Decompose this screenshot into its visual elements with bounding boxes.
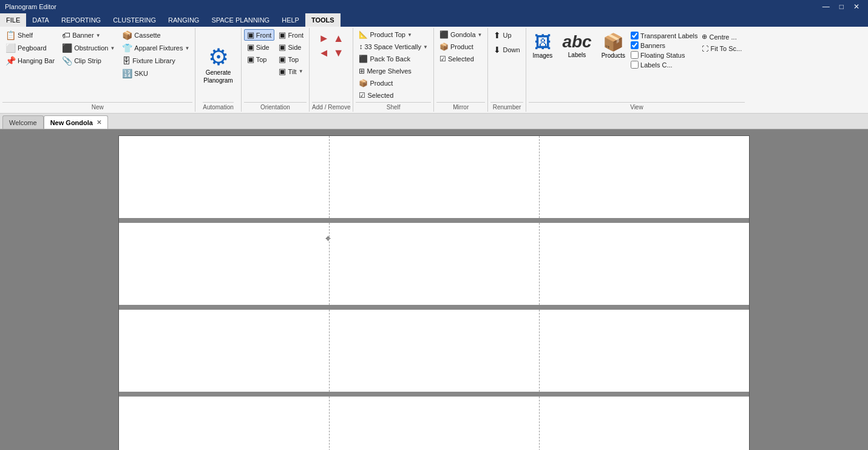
btn-mirror-product[interactable]: 📦 Product	[436, 41, 476, 52]
btn-merge-shelves[interactable]: ⊞ Merge Shelves	[356, 66, 414, 77]
menu-clustering[interactable]: CLUSTERING	[107, 13, 162, 27]
checkbox-labels-c[interactable]: Labels C...	[631, 61, 697, 69]
btn-product-top[interactable]: 📐 Product Top ▼	[356, 29, 415, 40]
side1-icon: ▣	[247, 43, 254, 52]
automation-group-label: Automation	[203, 102, 234, 111]
obstruction-dropdown-arrow: ▼	[110, 46, 115, 51]
btn-side-2[interactable]: ▣ Side	[276, 41, 307, 53]
btn-shelf[interactable]: 📋 Shelf	[2, 29, 58, 41]
pegboard-icon: ⬜	[5, 43, 16, 53]
menu-data[interactable]: DATA	[26, 13, 55, 27]
btn-top-1[interactable]: ▣ Top	[244, 53, 275, 65]
orientation-group-label: Orientation	[244, 102, 307, 111]
btn-obstruction[interactable]: ⬛ Obstruction ▼	[59, 42, 118, 54]
btn-gondola[interactable]: ⬛ Gondola ▼	[436, 29, 486, 40]
top2-icon: ▣	[279, 55, 286, 64]
btn-product[interactable]: 📦 Product	[356, 78, 396, 89]
btn-up[interactable]: ⬆ Up	[490, 29, 514, 41]
btn-centre[interactable]: ⊕ Centre ...	[699, 32, 745, 42]
close-button[interactable]: ✕	[850, 2, 863, 11]
btn-sku[interactable]: 🔢 SKU	[119, 67, 192, 80]
space-vertically-icon: ↕	[359, 43, 362, 51]
btn-labels[interactable]: abc Labels	[558, 29, 595, 61]
btn-space-vertically[interactable]: ↕ 33 Space Vertically ▼	[356, 41, 430, 52]
app-title: Planogram Editor	[5, 3, 56, 10]
btn-arrow-right[interactable]: ►	[317, 32, 331, 45]
btn-mirror-selected[interactable]: ☑ Selected	[436, 53, 477, 64]
btn-products[interactable]: 📦 Products	[597, 29, 629, 62]
menu-help[interactable]: HELP	[276, 13, 305, 27]
banner-dropdown-arrow: ▼	[96, 33, 101, 38]
btn-cassette[interactable]: 📦 Cassette	[119, 29, 192, 41]
shelf-space-1: ⌖	[119, 136, 749, 218]
btn-tilt[interactable]: ▣ Tilt ▼	[276, 66, 307, 77]
merge-shelves-icon: ⊞	[359, 67, 365, 75]
side2-icon: ▣	[279, 43, 286, 52]
apparel-fixtures-dropdown-arrow: ▼	[185, 46, 189, 51]
menu-ranging[interactable]: RANGING	[162, 13, 205, 27]
mirror-product-icon: 📦	[439, 43, 449, 51]
btn-apparel-fixtures[interactable]: 👕 Apparel Fixtures ▼	[119, 42, 192, 54]
menu-reporting[interactable]: REPORTING	[55, 13, 107, 27]
generate-label: GeneratePlanogram	[203, 69, 232, 84]
tab-new-gondola[interactable]: New Gondola ✕	[44, 115, 108, 129]
btn-front[interactable]: ▣ Front	[244, 29, 275, 41]
btn-hanging-bar[interactable]: 📌 Hanging Bar	[2, 55, 58, 67]
pack-to-back-icon: ⬛	[359, 55, 368, 63]
menu-tools[interactable]: TOOLS	[305, 13, 341, 27]
tab-close-icon[interactable]: ✕	[97, 119, 101, 126]
btn-fixture-library[interactable]: 🗄 Fixture Library	[119, 55, 192, 67]
btn-generate-planogram[interactable]: ⚙ GeneratePlanogram	[198, 43, 238, 87]
btn-images[interactable]: 🖼 Images	[529, 29, 557, 62]
transparent-labels-input[interactable]	[631, 32, 639, 39]
checkbox-banners[interactable]: Banners	[631, 41, 697, 49]
ribbon-group-renumber: ⬆ Up ⬇ Down Renumber	[488, 28, 526, 112]
shelf-bar-1	[119, 218, 749, 223]
divider-v-2-1	[329, 223, 330, 305]
menu-space-planning[interactable]: SPACE PLANNING	[205, 13, 276, 27]
down-icon: ⬇	[493, 45, 501, 55]
product-icon: 📦	[359, 79, 368, 87]
btn-pack-to-back[interactable]: ⬛ Pack To Back	[356, 53, 413, 64]
shelf-space-4	[119, 397, 749, 450]
btn-down[interactable]: ⬇ Down	[490, 44, 523, 56]
up-icon: ⬆	[493, 30, 501, 40]
btn-banner[interactable]: 🏷 Banner ▼	[59, 29, 118, 41]
images-label: Images	[533, 52, 553, 59]
btn-arrow-up[interactable]: ▲	[332, 32, 345, 45]
divider-v-3-2	[539, 310, 540, 392]
btn-arrow-down[interactable]: ▼	[332, 46, 345, 60]
btn-selected[interactable]: ☑ Selected	[356, 90, 396, 101]
banner-icon: 🏷	[62, 30, 70, 40]
ribbon: 📋 Shelf ⬜ Pegboard 📌 Hanging Bar 🏷 Banne…	[0, 27, 868, 114]
fixture-library-icon: 🗄	[122, 56, 131, 66]
btn-fit-to-screen[interactable]: ⛶ Fit To Sc...	[699, 44, 745, 53]
space-vertically-dropdown-arrow: ▼	[423, 44, 428, 50]
tab-welcome-label: Welcome	[9, 119, 37, 126]
ribbon-group-new: 📋 Shelf ⬜ Pegboard 📌 Hanging Bar 🏷 Banne…	[0, 28, 195, 112]
labels-c-input[interactable]	[631, 61, 639, 69]
new-group-label: New	[2, 102, 192, 111]
maximize-button[interactable]: □	[836, 2, 847, 11]
images-icon: 🖼	[534, 32, 551, 52]
btn-clip-strip[interactable]: 📎 Clip Strip	[59, 55, 118, 67]
checkbox-floating-status[interactable]: Floating Status	[631, 51, 697, 59]
btn-arrow-left[interactable]: ◄	[317, 46, 331, 60]
shelf-bar-3	[119, 392, 749, 397]
mirror-group-label: Mirror	[436, 102, 486, 111]
banners-input[interactable]	[631, 41, 639, 49]
shelf-section-3	[119, 310, 749, 397]
tilt-icon: ▣	[279, 67, 286, 76]
tab-welcome[interactable]: Welcome	[2, 115, 44, 129]
top1-icon: ▣	[247, 55, 254, 64]
checkbox-transparent-labels[interactable]: Transparent Labels	[631, 32, 697, 39]
menu-file[interactable]: FILE	[0, 13, 26, 27]
shelf-space-2	[119, 223, 749, 305]
btn-side-1[interactable]: ▣ Side	[244, 41, 275, 53]
planogram: ⌖	[118, 135, 750, 450]
floating-status-input[interactable]	[631, 51, 639, 59]
minimize-button[interactable]: —	[819, 2, 833, 11]
btn-pegboard[interactable]: ⬜ Pegboard	[2, 42, 58, 54]
btn-front-2[interactable]: ▣ Front	[276, 29, 307, 41]
btn-top-2[interactable]: ▣ Top	[276, 53, 307, 65]
